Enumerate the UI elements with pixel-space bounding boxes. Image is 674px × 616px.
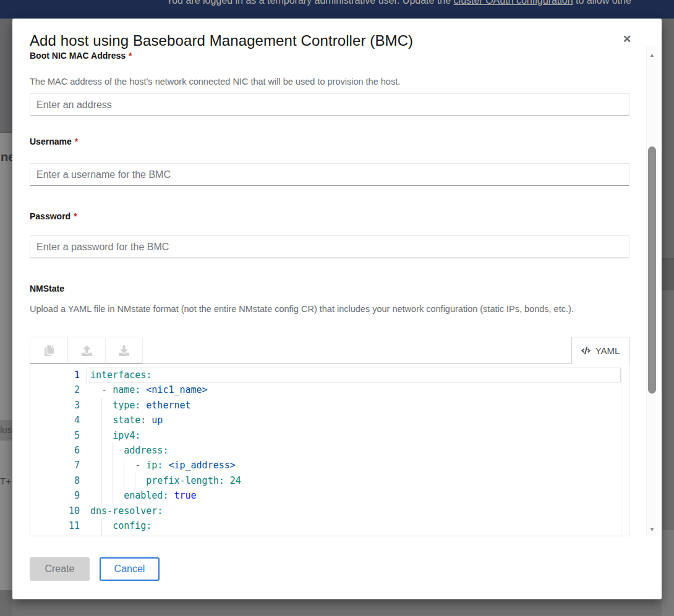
code-line[interactable]: 11 config: <box>30 518 629 533</box>
line-number: 3 <box>30 398 80 413</box>
language-label: YAML <box>595 345 620 356</box>
code-line[interactable]: 12 <box>30 533 629 536</box>
background-band <box>662 530 674 616</box>
code-line[interactable]: 7 - ip: <ip_address> <box>30 458 629 473</box>
code-line[interactable]: 9 enabled: true <box>30 488 629 503</box>
background-band <box>662 259 674 290</box>
mac-address-help: The MAC address of the host's network co… <box>30 74 642 90</box>
background-band <box>0 19 12 132</box>
background-band <box>12 599 662 616</box>
copy-button[interactable] <box>30 337 67 364</box>
code-line[interactable]: 1interfaces: <box>30 368 629 382</box>
close-icon[interactable]: ✕ <box>620 32 634 47</box>
create-button[interactable]: Create <box>30 557 90 581</box>
upload-button[interactable] <box>67 337 105 364</box>
banner-text: You are logged in as a temporary adminis… <box>166 0 631 6</box>
scroll-up-icon[interactable]: ▲ <box>647 51 657 59</box>
line-number: 8 <box>30 473 80 488</box>
mac-address-input[interactable] <box>30 93 629 116</box>
code-line[interactable]: 2 - name: <nic1_name> <box>30 382 629 397</box>
background-band <box>662 19 674 258</box>
bg-fragment-text: T+ <box>0 476 11 486</box>
download-icon <box>119 345 129 356</box>
line-number: 2 <box>30 382 80 397</box>
upload-icon <box>82 345 92 356</box>
code-line[interactable]: 3 type: ethernet <box>30 398 629 413</box>
mac-address-label: Boot NIC MAC Address* <box>30 51 132 61</box>
page-title: Add host using Baseboard Management Cont… <box>30 32 413 49</box>
code-line[interactable]: 5 ipv4: <box>30 428 629 443</box>
code-area[interactable]: 1interfaces:2 - name: <nic1_name>3 type:… <box>30 364 629 536</box>
line-number: 11 <box>30 518 80 533</box>
line-number: 10 <box>30 504 80 518</box>
required-asterisk: * <box>74 211 77 221</box>
language-tab: YAML <box>571 337 629 364</box>
required-asterisk: * <box>129 51 132 61</box>
add-host-bmc-modal: Add host using Baseboard Management Cont… <box>12 19 662 599</box>
line-number: 4 <box>30 413 80 428</box>
banner-suffix: to allow othe <box>573 0 631 6</box>
copy-icon <box>44 345 54 356</box>
line-number: 1 <box>30 368 80 382</box>
nmstate-help: Upload a YAML file in NMstate format (no… <box>30 302 636 317</box>
code-line[interactable]: 8 prefix-length: 24 <box>30 473 629 488</box>
username-label: Username* <box>30 137 78 146</box>
scroll-down-icon[interactable]: ▼ <box>647 525 657 534</box>
line-number: 12 <box>30 533 80 536</box>
code-editor-toolbar: YAML <box>30 337 629 364</box>
line-number: 7 <box>30 458 80 473</box>
code-icon <box>581 346 591 355</box>
password-label: Password* <box>30 211 77 221</box>
nmstate-label: NMState <box>30 284 64 293</box>
required-asterisk: * <box>75 137 78 146</box>
code-editor: YAML 1interfaces:2 - name: <nic1_name>3 … <box>30 337 629 536</box>
code-line[interactable]: 4 state: up <box>30 413 629 428</box>
admin-warning-banner: You are logged in as a temporary adminis… <box>0 0 674 19</box>
banner-prefix: You are logged in as a temporary adminis… <box>166 0 454 6</box>
bg-fragment-text: lus <box>0 424 12 435</box>
background-divider <box>0 132 12 133</box>
password-input[interactable] <box>30 235 629 258</box>
toolbar-spacer <box>143 337 571 364</box>
scrollbar-thumb[interactable] <box>648 146 656 394</box>
line-number: 5 <box>30 428 80 443</box>
download-button[interactable] <box>105 337 143 364</box>
line-number: 6 <box>30 443 80 458</box>
line-number: 9 <box>30 488 80 503</box>
code-line[interactable]: 10dns-resolver: <box>30 504 629 518</box>
cancel-button[interactable]: Cancel <box>100 557 160 581</box>
background-band <box>0 590 12 616</box>
cluster-oauth-configuration-link[interactable]: cluster OAuth configuration <box>454 0 573 6</box>
username-input[interactable] <box>30 163 629 186</box>
code-line[interactable]: 6 address: <box>30 443 629 458</box>
